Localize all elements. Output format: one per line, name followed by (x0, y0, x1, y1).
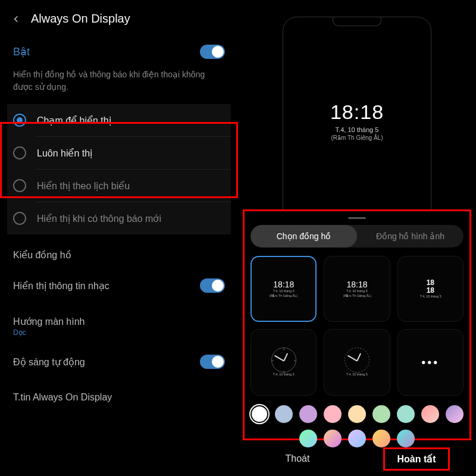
analog-face (345, 347, 369, 372)
radio-icon (13, 179, 26, 192)
clock-tile-digital-3[interactable]: 18 18 T.4, 10 tháng 5 (397, 256, 464, 322)
clock-tile-analog-1[interactable]: T.4, 10 tháng 5 (250, 329, 317, 395)
tile-sub2: (Rằm Th Giêng ÂL) (270, 294, 298, 298)
aod-info-row[interactable]: T.tin Always On Display (7, 383, 231, 412)
mode-tap-to-show[interactable]: Chạm để hiển thị (7, 104, 231, 136)
enable-row[interactable]: Bật (7, 40, 231, 68)
enable-label: Bật (13, 45, 30, 58)
preview-lunar: (Rằm Th Giêng ÂL) (331, 134, 383, 141)
tile-sub1: T.4, 10 tháng 5 (273, 290, 295, 293)
mode-always-show[interactable]: Luôn hiển thị (7, 137, 231, 169)
setting-label: Hướng màn hình (13, 316, 85, 327)
picker-sheet: Chọn đồng hồ Đồng hồ hình ảnh 18:18 T.4,… (243, 209, 471, 440)
mode-scheduled[interactable]: Hiển thị theo lịch biểu (7, 170, 231, 202)
setting-label: T.tin Always On Display (13, 392, 112, 403)
done-label: Hoàn tất (383, 447, 449, 471)
color-swatch[interactable] (372, 405, 390, 423)
back-icon[interactable] (10, 12, 23, 26)
setting-label: Hiển thị thông tin nhạc (13, 280, 109, 292)
display-mode-group: Chạm để hiển thị Luôn hiển thị Hiển thị … (7, 104, 231, 234)
more-icon: ••• (421, 356, 439, 369)
mode-label: Hiển thị khi có thông báo mới (37, 213, 161, 224)
mode-label: Chạm để hiển thị (37, 115, 111, 126)
orientation-row[interactable]: Hướng màn hình Dọc (7, 306, 231, 346)
preview-time: 18:18 (330, 101, 384, 124)
radio-icon (13, 212, 26, 225)
setting-value: Dọc (13, 328, 26, 337)
settings-panel: Always On Display Bật Hiển thị đồng hồ v… (0, 0, 238, 476)
header: Always On Display (7, 11, 231, 40)
picker-tabs: Chọn đồng hồ Đồng hồ hình ảnh (250, 225, 464, 248)
tile-sub: T.4, 10 tháng 5 (419, 295, 441, 298)
tile-time: 18:18 (346, 280, 367, 289)
bottom-bar: Thoát Hoàn tất (238, 444, 476, 474)
preview-date: T.4, 10 tháng 5 (336, 126, 379, 133)
clock-tile-more[interactable]: ••• (397, 329, 464, 395)
clock-style-row[interactable]: Kiểu đồng hồ (7, 240, 231, 270)
tile-sub: T.4, 10 tháng 5 (346, 373, 368, 377)
color-swatch[interactable] (250, 405, 268, 423)
color-swatch[interactable] (421, 405, 439, 423)
clock-grid: 18:18 T.4, 10 tháng 5 (Rằm Th Giêng ÂL) … (249, 256, 465, 396)
clock-tile-digital-2[interactable]: 18:18 T.4, 10 tháng 5 (Rằm Th Giêng ÂL) (324, 256, 390, 322)
color-swatch[interactable] (397, 405, 415, 423)
color-swatches (249, 396, 465, 449)
description: Hiển thị đồng hồ và thông báo khi điện t… (7, 68, 231, 104)
mode-label: Luôn hiển thị (37, 148, 92, 159)
mode-on-notification[interactable]: Hiển thị khi có thông báo mới (7, 202, 231, 234)
radio-icon (13, 146, 26, 159)
clock-tile-analog-2[interactable]: T.4, 10 tháng 5 (324, 329, 390, 395)
done-button[interactable]: Hoàn tất (357, 444, 476, 474)
mode-label: Hiển thị theo lịch biểu (37, 180, 130, 192)
tab-image-clock[interactable]: Đồng hồ hình ảnh (357, 225, 464, 248)
radio-icon (13, 114, 26, 127)
color-swatch[interactable] (275, 405, 293, 423)
tile-min: 18 (427, 287, 434, 295)
music-info-row[interactable]: Hiển thị thông tin nhạc (7, 270, 231, 301)
setting-label: Độ sáng tự động (13, 356, 85, 368)
clock-picker-panel: 18:18 T.4, 10 tháng 5 (Rằm Th Giêng ÂL) … (238, 0, 476, 476)
color-swatch[interactable] (446, 405, 464, 423)
tile-time: 18:18 (273, 280, 294, 289)
color-swatch[interactable] (324, 405, 342, 423)
auto-brightness-row[interactable]: Độ sáng tự động (7, 346, 231, 377)
tile-sub1: T.4, 10 tháng 5 (346, 290, 368, 293)
color-swatch[interactable] (348, 405, 366, 423)
clock-preview: 18:18 T.4, 10 tháng 5 (Rằm Th Giêng ÂL) (238, 0, 476, 209)
clock-tile-digital-1[interactable]: 18:18 T.4, 10 tháng 5 (Rằm Th Giêng ÂL) (250, 256, 317, 322)
music-toggle[interactable] (200, 278, 225, 293)
color-swatch[interactable] (299, 405, 317, 423)
brightness-toggle[interactable] (200, 355, 225, 369)
cancel-button[interactable]: Thoát (238, 444, 357, 474)
tab-choose-clock[interactable]: Chọn đồng hồ (250, 225, 357, 248)
tile-sub: T.4, 10 tháng 5 (273, 373, 295, 377)
drag-handle[interactable] (348, 217, 366, 219)
enable-toggle[interactable] (200, 45, 225, 59)
tile-sub2: (Rằm Th Giêng ÂL) (343, 294, 371, 298)
analog-face (271, 347, 296, 372)
setting-label: Kiểu đồng hồ (13, 249, 71, 261)
page-title: Always On Display (31, 12, 130, 26)
